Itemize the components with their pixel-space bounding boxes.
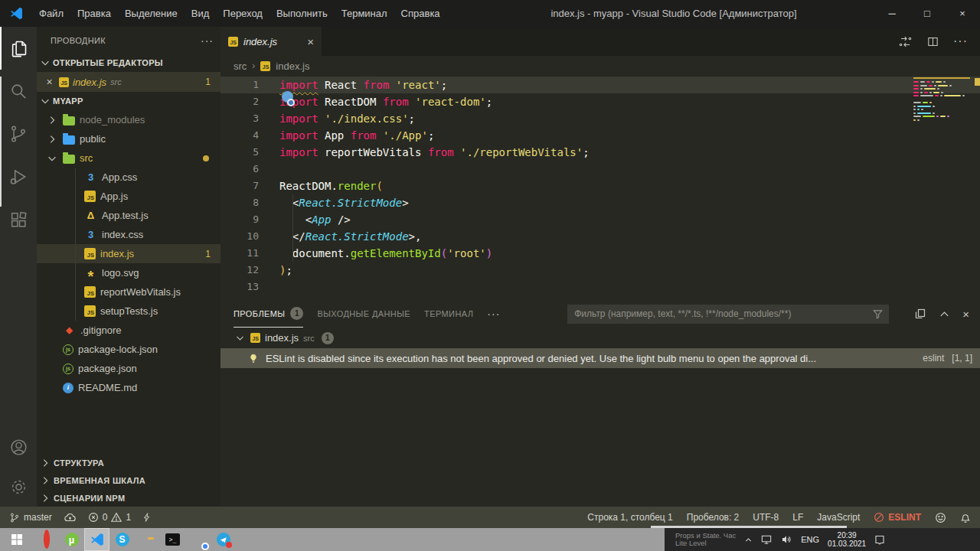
taskbar-vscode[interactable]: [84, 528, 109, 551]
taskbar-skype[interactable]: S: [109, 528, 135, 551]
menu-7[interactable]: Справка: [394, 0, 447, 27]
action-center-icon[interactable]: [874, 534, 885, 545]
encoding-item[interactable]: UTF-8: [753, 512, 779, 523]
tree-item-logo.svg[interactable]: *logo.svg: [37, 263, 220, 282]
indentation-item[interactable]: Пробелов: 2: [687, 512, 740, 523]
tab-close-icon[interactable]: ×: [307, 35, 314, 48]
split-editor-icon[interactable]: [926, 35, 939, 48]
code-line-8[interactable]: 8 <React.StrictMode>: [220, 194, 980, 211]
notifications-bell-icon[interactable]: [960, 512, 971, 523]
keyboard-language[interactable]: ENG: [801, 535, 819, 544]
minimize-button[interactable]: ─: [874, 0, 910, 27]
breadcrumb-file[interactable]: index.js: [276, 60, 309, 72]
menu-6[interactable]: Терминал: [335, 0, 394, 27]
tree-item-README.md[interactable]: iREADME.md: [37, 378, 220, 397]
activitybar-settings[interactable]: [0, 467, 37, 507]
menu-5[interactable]: Выполнить: [270, 0, 335, 27]
menu-4[interactable]: Переход: [216, 0, 270, 27]
eol-item[interactable]: LF: [792, 512, 803, 523]
code-line-6[interactable]: 6: [220, 161, 980, 178]
code-line-2[interactable]: 2import ReactDOM from 'react-dom';: [220, 93, 980, 110]
taskbar-opera[interactable]: [34, 528, 59, 551]
activitybar-explorer[interactable]: [0, 27, 37, 70]
code-line-4[interactable]: 4import App from './App';: [220, 127, 980, 144]
taskbar-terminal[interactable]: >_: [160, 528, 185, 551]
code-line-13[interactable]: 13: [220, 279, 980, 295]
tree-item-src[interactable]: src: [37, 148, 220, 168]
open-changes-icon[interactable]: [898, 34, 913, 49]
activitybar-search[interactable]: [0, 70, 37, 112]
language-mode-item[interactable]: JavaScript: [817, 512, 860, 523]
menu-0[interactable]: Файл: [32, 0, 70, 27]
feedback-smiley-icon[interactable]: [935, 512, 946, 523]
menu-3[interactable]: Вид: [185, 0, 217, 27]
taskbar-start[interactable]: [0, 528, 34, 551]
menu-2[interactable]: Выделение: [118, 0, 185, 27]
code-line-1[interactable]: 1import React from 'react';: [220, 77, 980, 93]
network-icon[interactable]: [761, 534, 773, 545]
code-line-9[interactable]: 9 <App />: [220, 211, 980, 228]
section-0[interactable]: СТРУКТУРА: [37, 454, 220, 471]
cursor-position-item[interactable]: Строка 1, столбец 1: [587, 512, 672, 523]
panel-more-icon[interactable]: ···: [487, 308, 500, 320]
minimap[interactable]: [913, 77, 970, 126]
live-share-item[interactable]: [142, 512, 152, 523]
panel-tab-1[interactable]: ВЫХОДНЫЕ ДАННЫЕ: [317, 300, 410, 328]
activitybar-run-debug[interactable]: [0, 155, 37, 198]
close-panel-icon[interactable]: ×: [962, 308, 969, 321]
more-actions-icon[interactable]: ···: [953, 34, 968, 48]
activitybar-extensions[interactable]: [0, 198, 37, 241]
tree-item-App.js[interactable]: JSApp.js: [37, 187, 220, 206]
tree-item-App.test.js[interactable]: ΔApp.test.js: [37, 206, 220, 225]
open-editor-item[interactable]: × JS index.js src 1: [37, 72, 220, 92]
hidden-icons-chevron[interactable]: [744, 536, 753, 544]
code-line-12[interactable]: 12);: [220, 262, 980, 279]
tab-index-js[interactable]: JS index.js ×: [220, 27, 322, 56]
section-open-editors[interactable]: ОТКРЫТЫЕ РЕДАКТОРЫ: [37, 54, 220, 72]
code-line-7[interactable]: 7ReactDOM.render(: [220, 178, 980, 194]
tree-item-package.json[interactable]: jspackage.json: [37, 359, 220, 378]
problem-message-row[interactable]: ESLint is disabled since its execution h…: [220, 348, 980, 368]
section-1[interactable]: ВРЕМЕННАЯ ШКАЛА: [37, 471, 220, 489]
open-in-editor-icon[interactable]: [914, 308, 926, 320]
eslint-status-item[interactable]: ESLINT: [874, 512, 921, 523]
taskbar-telegram[interactable]: [211, 528, 236, 551]
problems-filter-input[interactable]: Фильтр (например, text, **/*.ts, !**/nod…: [567, 305, 889, 324]
code-editor[interactable]: 1import React from 'react';2import React…: [220, 76, 980, 300]
close-icon[interactable]: ×: [44, 76, 55, 88]
activitybar-account[interactable]: [0, 427, 37, 467]
maximize-panel-icon[interactable]: [939, 308, 950, 320]
tree-item-index.css[interactable]: 3index.css: [37, 225, 220, 244]
tree-item-App.css[interactable]: 3App.css: [37, 168, 220, 187]
filter-funnel-icon[interactable]: [872, 308, 884, 320]
section-project[interactable]: MYAPP: [37, 92, 220, 110]
maximize-button[interactable]: □: [910, 0, 945, 27]
git-branch-item[interactable]: master: [9, 512, 52, 523]
tree-item-setupTests.js[interactable]: JSsetupTests.js: [37, 302, 220, 321]
menu-1[interactable]: Правка: [70, 0, 118, 27]
taskbar-chrome[interactable]: [185, 528, 211, 551]
taskbar-utorrent[interactable]: µ: [59, 528, 84, 551]
problems-file-row[interactable]: JS index.js src 1: [220, 328, 980, 348]
volume-icon[interactable]: [781, 534, 792, 545]
activitybar-source-control[interactable]: [0, 112, 37, 155]
code-line-10[interactable]: 10 </React.StrictMode>,: [220, 228, 980, 245]
tree-item-public[interactable]: public: [37, 129, 220, 148]
sync-changes-item[interactable]: [64, 511, 77, 523]
section-2[interactable]: СЦЕНАРИИ NPM: [37, 489, 220, 507]
tree-item-node_modules[interactable]: node_modules: [37, 110, 220, 129]
taskbar-file-explorer[interactable]: [135, 528, 160, 551]
code-line-3[interactable]: 3import './index.css';: [220, 110, 980, 127]
code-line-11[interactable]: 11 document.getElementById('root'): [220, 245, 980, 262]
breadcrumb-folder[interactable]: src: [234, 60, 247, 72]
panel-tab-2[interactable]: ТЕРМИНАЛ: [424, 300, 473, 328]
tree-item-.gitignore[interactable]: ◆.gitignore: [37, 321, 220, 340]
panel-tab-0[interactable]: ПРОБЛЕМЫ1: [234, 300, 303, 328]
tree-item-reportWebVitals.js[interactable]: JSreportWebVitals.js: [37, 282, 220, 302]
tree-item-index.js[interactable]: JSindex.js1: [37, 244, 220, 263]
close-button[interactable]: ×: [945, 0, 980, 27]
problems-summary-item[interactable]: 0 1: [88, 512, 131, 523]
code-line-5[interactable]: 5import reportWebVitals from './reportWe…: [220, 144, 980, 161]
sidebar-more-actions-icon[interactable]: ···: [201, 34, 214, 47]
tree-item-package-lock.json[interactable]: jspackage-lock.json: [37, 340, 220, 359]
